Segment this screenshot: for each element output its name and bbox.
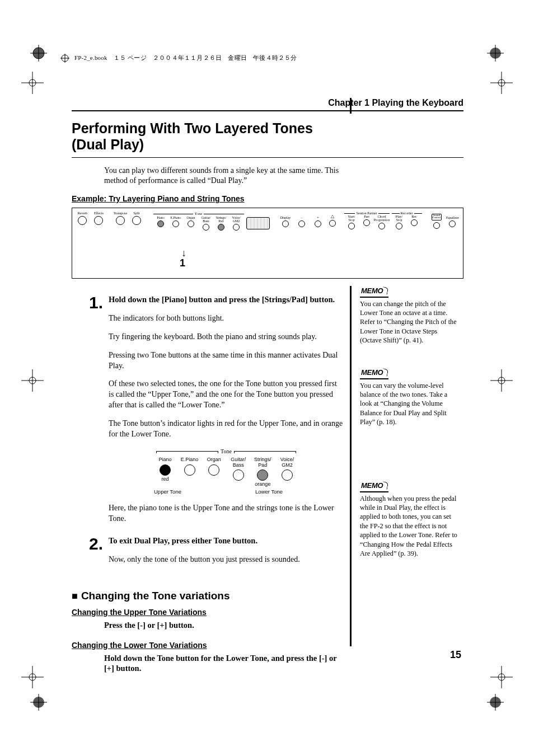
panel-sp-part: Part: [359, 215, 374, 229]
panel-metronome-button: △: [327, 214, 337, 227]
step-1-number: 1: [89, 293, 99, 312]
panel-tone-strings-pad: Strings/ Pad: [214, 216, 229, 231]
panel-plus-button: +: [311, 216, 325, 227]
registration-mark: [487, 694, 504, 711]
divider: [72, 110, 463, 111]
lower-tone-variations-heading: Changing the Lower Tone Variations: [72, 641, 463, 650]
panel-minus-button: −: [295, 216, 309, 227]
tone-fig-epiano: E.Piano: [179, 457, 201, 487]
upper-tone-instruction: Press the [-] or [+] button.: [104, 620, 339, 631]
crop-mark: [21, 369, 44, 392]
memo-2: MEMO You can vary the volume-level balan…: [360, 368, 458, 427]
memo-icon: MEMO: [360, 286, 388, 298]
panel-display-screen: [246, 217, 270, 229]
tone-fig-voice-gm2: Voice/ GM2: [276, 457, 298, 487]
panel-rec-play-stop: Play/ Stop: [392, 215, 407, 229]
memo-1-text: You can change the pitch of the Lower To…: [360, 299, 458, 345]
memo-icon: MEMO: [360, 481, 388, 492]
registration-mark: [30, 694, 47, 711]
panel-sp-start-stop: Start/ Stop: [344, 215, 359, 229]
square-bullet-icon: ■: [72, 590, 78, 602]
figure-callout-1: 1: [180, 257, 185, 269]
memo-1: MEMO You can change the pitch of the Low…: [360, 286, 458, 345]
step-1-p6: Here, the piano tone is the Upper Tone a…: [109, 503, 344, 524]
keyboard-panel-figure: Reverb Effects Transpose Split Tone Pian…: [72, 208, 463, 279]
step-2-p1: Now, only the tone of the button you jus…: [109, 555, 344, 565]
panel-sp-chord-prog: Chord Progression: [374, 215, 390, 229]
book-header: FP-2_e.book １５ ページ ２００４年１１月２６日 金曜日 午後４時２…: [60, 54, 297, 63]
tone-fig-piano: Pianored: [154, 457, 176, 487]
tone-group-label: Tone: [193, 212, 204, 216]
example-heading: Example: Try Layering Piano and String T…: [72, 194, 463, 203]
memo-icon: MEMO: [360, 368, 388, 379]
panel-tone-voice-gm2: Voice/ GM2: [229, 216, 244, 231]
panel-tone-guitar-bass: Guitar/ Bass: [199, 216, 214, 231]
registration-mark: [30, 45, 47, 62]
crop-mark: [490, 666, 513, 688]
step-1-p1: The indicators for both buttons light.: [109, 313, 344, 324]
upper-tone-variations-heading: Changing the Upper Tone Variations: [72, 608, 463, 617]
upper-tone-label: Upper Tone: [154, 489, 181, 496]
crop-mark: [21, 72, 44, 94]
panel-equalizer: Equalizer: [446, 216, 460, 227]
crop-mark: [21, 666, 44, 688]
lower-tone-label: Lower Tone: [255, 489, 283, 496]
tone-figure: Tone Pianored E.Piano Organ Guitar/ Bass…: [154, 448, 298, 496]
step-2-number: 2: [89, 534, 99, 553]
tone-fig-organ: Organ: [203, 457, 225, 487]
subsection-heading: ■Changing the Tone variations: [72, 590, 463, 602]
panel-rec-rec: Rec: [407, 215, 422, 229]
registration-mark: [487, 45, 504, 62]
tone-fig-guitar-bass: Guitar/ Bass: [227, 457, 250, 487]
intro-paragraph: You can play two different sounds from a…: [104, 166, 345, 187]
divider: [72, 157, 463, 158]
header-text: FP-2_e.book １５ ページ ２００４年１１月２６日 金曜日 午後４時２…: [74, 54, 297, 61]
registration-small-icon: [60, 54, 69, 63]
step-1-p3: Pressing two Tone buttons at the same ti…: [109, 350, 344, 372]
step-1-p4: Of these two selected tones, the one for…: [109, 379, 344, 411]
step-1-p2: Try fingering the keyboard. Both the pia…: [109, 332, 344, 342]
panel-tone-epiano: E.Piano: [168, 216, 184, 231]
memo-3: MEMO Although when you press the pedal w…: [360, 481, 458, 558]
memo-3-text: Although when you press the pedal while …: [360, 494, 458, 558]
vertical-divider: [350, 286, 352, 646]
step-1-p5: The Tone button’s indicator lights in re…: [109, 419, 344, 440]
page-number: 15: [450, 649, 461, 661]
lower-tone-instruction: Hold down the Tone button for the Lower …: [104, 653, 339, 674]
panel-effects-button: Effects: [92, 212, 106, 225]
title-line-2: (Dual Play): [72, 137, 144, 152]
step-1-lead: Hold down the [Piano] button and press t…: [109, 294, 344, 306]
tone-figure-label: Tone: [221, 448, 232, 456]
step-2-lead: To exit Dual Play, press either Tone but…: [109, 536, 344, 547]
crop-mark: [490, 72, 513, 94]
memo-2-text: You can vary the volume-level balance of…: [360, 381, 458, 427]
chapter-title: Chapter 1 Playing the Keyboard: [72, 98, 463, 108]
panel-display-button: Display: [279, 216, 293, 227]
page-title: Performing With Two Layered Tones (Dual …: [72, 120, 463, 153]
panel-sound-control: Sound Control: [429, 214, 443, 229]
crop-mark: [490, 369, 513, 392]
title-line-1: Performing With Two Layered Tones: [72, 120, 313, 136]
panel-transpose-button: Transpose: [113, 212, 127, 225]
tone-fig-strings-pad: Strings/ Padorange: [251, 457, 274, 487]
vertical-divider: [350, 98, 352, 114]
panel-split-button: Split: [129, 212, 143, 225]
panel-reverb-button: Reverb: [76, 212, 90, 225]
panel-tone-organ: Organ: [184, 216, 199, 231]
panel-tone-piano: Piano: [153, 216, 168, 231]
